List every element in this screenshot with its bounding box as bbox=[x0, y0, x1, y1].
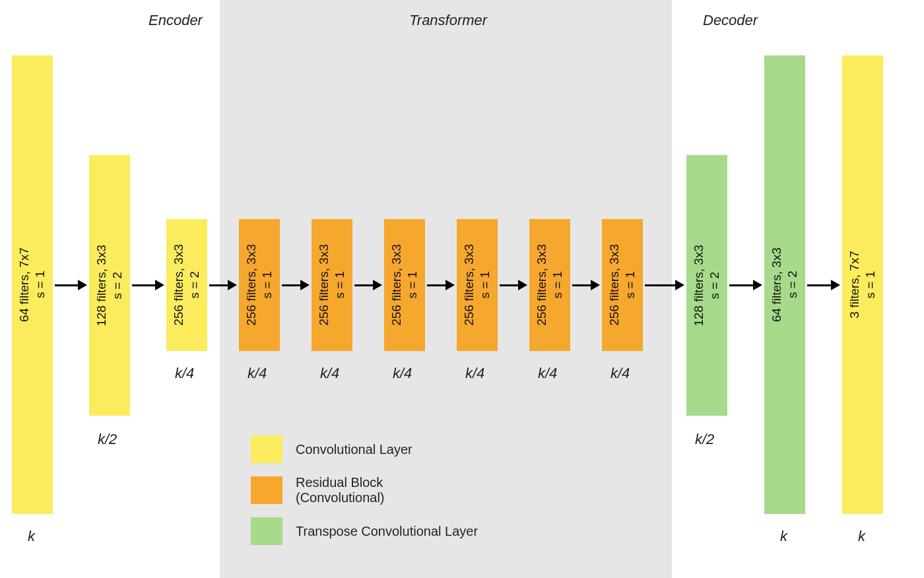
layer-encoder-3: 256 filters, 3x3 s = 2 bbox=[166, 219, 207, 351]
legend-swatch-tconv bbox=[251, 517, 282, 545]
layer-residual-2: 256 filters, 3x3 s = 1 bbox=[312, 219, 352, 351]
legend-label: Transpose Convolutional Layer bbox=[296, 524, 478, 539]
layer-encoder-1: 64 filters, 7x7 s = 1 bbox=[12, 55, 53, 514]
layer-dim: k bbox=[780, 528, 787, 545]
arrow-icon bbox=[729, 280, 762, 290]
arrow-icon bbox=[282, 280, 310, 290]
arrow-icon bbox=[132, 280, 164, 290]
layer-label: 128 filters, 3x3 s = 2 bbox=[94, 245, 125, 327]
layer-dim: k/4 bbox=[610, 365, 630, 382]
layer-residual-5: 256 filters, 3x3 s = 1 bbox=[529, 219, 570, 351]
section-label-transformer: Transformer bbox=[409, 12, 487, 29]
layer-decoder-1: 128 filters, 3x3 s = 2 bbox=[686, 155, 727, 416]
layer-dim: k/4 bbox=[175, 365, 194, 382]
layer-label: 3 filters, 7x7 s = 1 bbox=[847, 251, 878, 318]
layer-label: 256 filters, 3x3 s = 1 bbox=[461, 244, 493, 326]
arrow-icon bbox=[645, 280, 684, 290]
arrow-icon bbox=[500, 280, 527, 290]
legend-item-conv: Convolutional Layer bbox=[251, 435, 478, 463]
arrow-icon bbox=[427, 280, 455, 290]
layer-decoder-2: 64 filters, 3x3 s = 2 bbox=[764, 55, 805, 514]
arrow-icon bbox=[807, 280, 840, 290]
layer-decoder-3: 3 filters, 7x7 s = 1 bbox=[842, 55, 883, 514]
layer-dim: k bbox=[858, 528, 865, 545]
layer-label: 256 filters, 3x3 s = 1 bbox=[316, 244, 348, 326]
legend-item-tconv: Transpose Convolutional Layer bbox=[251, 517, 478, 545]
layer-encoder-2: 128 filters, 3x3 s = 2 bbox=[89, 155, 130, 416]
layer-label: 256 filters, 3x3 s = 1 bbox=[389, 244, 420, 326]
layer-label: 256 filters, 3x3 s = 1 bbox=[607, 244, 638, 326]
legend-swatch-conv bbox=[251, 435, 282, 463]
layer-label: 256 filters, 3x3 s = 1 bbox=[534, 244, 566, 326]
layer-label: 256 filters, 3x3 s = 2 bbox=[171, 244, 203, 326]
layer-dim: k/4 bbox=[465, 365, 484, 382]
layer-label: 64 filters, 3x3 s = 2 bbox=[769, 247, 801, 322]
arrow-icon bbox=[572, 280, 600, 290]
layer-label: 256 filters, 3x3 s = 1 bbox=[244, 244, 275, 326]
section-label-decoder: Decoder bbox=[703, 12, 758, 29]
layer-residual-3: 256 filters, 3x3 s = 1 bbox=[384, 219, 425, 351]
layer-label: 64 filters, 7x7 s = 1 bbox=[16, 247, 48, 322]
legend-swatch-residual bbox=[251, 476, 282, 504]
layer-dim: k bbox=[28, 528, 35, 545]
arrow-icon bbox=[354, 280, 382, 290]
arrow-icon bbox=[209, 280, 237, 290]
layer-residual-4: 256 filters, 3x3 s = 1 bbox=[457, 219, 498, 351]
legend: Convolutional Layer Residual Block (Conv… bbox=[251, 435, 478, 557]
legend-label: Convolutional Layer bbox=[296, 442, 412, 457]
layer-residual-1: 256 filters, 3x3 s = 1 bbox=[239, 219, 280, 351]
layer-dim: k/4 bbox=[320, 365, 339, 382]
section-label-encoder: Encoder bbox=[148, 12, 203, 29]
architecture-diagram: Encoder Transformer Decoder 64 filters, … bbox=[0, 0, 924, 578]
arrow-icon bbox=[55, 280, 87, 290]
legend-item-residual: Residual Block (Convolutional) bbox=[251, 475, 478, 505]
layer-dim: k/2 bbox=[695, 431, 714, 448]
layer-dim: k/2 bbox=[98, 431, 117, 448]
layer-dim: k/4 bbox=[393, 365, 412, 382]
layer-label: 128 filters, 3x3 s = 2 bbox=[691, 245, 723, 327]
layer-dim: k/4 bbox=[538, 365, 557, 382]
layer-residual-6: 256 filters, 3x3 s = 1 bbox=[602, 219, 643, 351]
legend-label: Residual Block (Convolutional) bbox=[296, 475, 385, 505]
layer-dim: k/4 bbox=[248, 365, 267, 382]
